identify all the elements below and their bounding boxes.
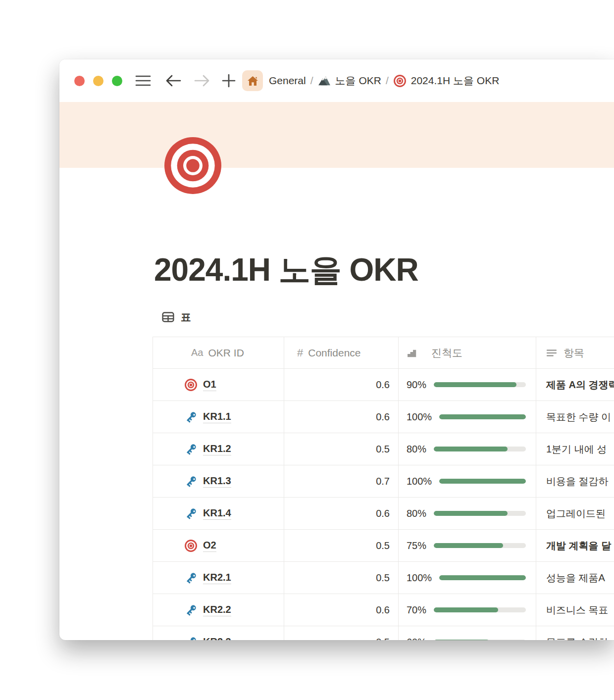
progress-fill: [439, 575, 526, 580]
column-header-okr-id[interactable]: Aa OKR ID: [153, 337, 284, 368]
progress-fill: [434, 640, 489, 640]
row-title-link[interactable]: O1: [203, 379, 216, 391]
row-title-link[interactable]: KR2.2: [203, 604, 231, 616]
column-header-confidence[interactable]: # Confidence: [284, 337, 398, 368]
row-title-link[interactable]: O2: [203, 540, 216, 552]
new-tab-plus-icon[interactable]: [222, 74, 236, 88]
breadcrumb: General / 노을 OKR / 2024.1H 노을 OKR: [269, 74, 499, 88]
row-title-link[interactable]: KR1.1: [203, 411, 231, 423]
progress-bar: [439, 575, 526, 580]
item-cell[interactable]: 비용을 절감하: [536, 465, 614, 497]
column-header-progress[interactable]: 진척도: [398, 337, 536, 368]
page-cover-banner[interactable]: [59, 102, 614, 168]
confidence-cell[interactable]: 0.6: [284, 401, 398, 433]
confidence-cell[interactable]: 0.5: [284, 530, 398, 561]
traffic-lights: [74, 76, 122, 86]
confidence-cell[interactable]: 0.5: [284, 626, 398, 640]
table-row: KR1.4 0.6 80% 업그레이드된: [153, 498, 614, 530]
text-lines-icon: [546, 348, 557, 358]
progress-cell: 80%: [398, 433, 536, 465]
forward-arrow-icon[interactable]: [194, 74, 210, 87]
minimize-button[interactable]: [93, 76, 103, 86]
key-icon: [184, 571, 198, 585]
column-header-item[interactable]: 항목: [536, 337, 614, 368]
breadcrumb-page-label: 2024.1H 노을 OKR: [411, 74, 500, 88]
progress-cell: 80%: [398, 498, 536, 529]
breadcrumb-home-label: General: [269, 75, 306, 87]
item-cell[interactable]: 제품 A의 경쟁력: [536, 369, 614, 400]
row-title-link[interactable]: KR2.3: [203, 636, 231, 641]
table-row: KR2.2 0.6 70% 비즈니스 목표: [153, 594, 614, 626]
breadcrumb-workspace[interactable]: 노을 OKR: [318, 74, 381, 88]
item-cell[interactable]: 업그레이드된: [536, 498, 614, 529]
page-target-icon[interactable]: [164, 137, 221, 194]
key-icon: [184, 475, 198, 488]
sidebar-menu-icon[interactable]: [135, 74, 151, 88]
progress-cell: 60%: [398, 626, 536, 640]
key-icon: [184, 636, 198, 641]
key-icon: [184, 507, 198, 520]
row-title-link[interactable]: KR1.4: [203, 507, 231, 520]
target-icon: [184, 539, 198, 552]
progress-fill: [434, 382, 516, 387]
progress-bar: [434, 447, 526, 451]
confidence-cell[interactable]: 0.7: [284, 465, 398, 497]
item-cell[interactable]: 개발 계획을 달: [536, 530, 614, 561]
title-property-icon: Aa: [191, 347, 203, 358]
confidence-cell[interactable]: 0.6: [284, 369, 398, 400]
breadcrumb-separator: /: [386, 75, 389, 87]
notion-window: General / 노을 OKR / 2024.1H 노을 OKR 2024.1…: [59, 59, 614, 640]
view-tab-table[interactable]: 표: [161, 310, 191, 324]
progress-fill: [439, 479, 526, 484]
confidence-cell[interactable]: 0.5: [284, 433, 398, 465]
confidence-cell[interactable]: 0.5: [284, 562, 398, 594]
key-icon: [184, 410, 198, 424]
progress-cell: 100%: [398, 465, 536, 497]
home-button[interactable]: [242, 70, 263, 91]
zoom-button[interactable]: [112, 76, 122, 86]
progress-bar: [434, 640, 526, 640]
progress-fill: [434, 511, 508, 516]
breadcrumb-workspace-label: 노을 OKR: [335, 74, 381, 88]
row-title-link[interactable]: KR1.3: [203, 475, 231, 488]
confidence-cell[interactable]: 0.6: [284, 498, 398, 529]
item-cell[interactable]: 비즈니스 목표: [536, 594, 614, 626]
table-view-icon: [161, 310, 175, 324]
row-title-link[interactable]: KR1.2: [203, 443, 231, 455]
table-row: KR2.1 0.5 100% 성능을 제품A: [153, 562, 614, 594]
bar-steps-icon: [407, 348, 417, 358]
target-icon: [393, 74, 407, 88]
table-row: KR2.3 0.5 60% 목표를 수립하: [153, 626, 614, 640]
table-row: KR1.2 0.5 80% 1분기 내에 성: [153, 433, 614, 465]
table-header-row: Aa OKR ID # Confidence 진척도 항목: [153, 337, 614, 369]
progress-cell: 70%: [398, 594, 536, 626]
progress-fill: [434, 543, 503, 548]
key-icon: [184, 443, 198, 456]
progress-bar: [434, 607, 526, 612]
view-tab-label: 표: [181, 310, 191, 324]
item-cell[interactable]: 목표를 수립하: [536, 626, 614, 640]
page-title: 2024.1H 노을 OKR: [154, 249, 418, 292]
breadcrumb-current-page[interactable]: 2024.1H 노을 OKR: [393, 74, 500, 88]
table-row: O1 0.6 90% 제품 A의 경쟁력: [153, 369, 614, 401]
item-cell[interactable]: 성능을 제품A: [536, 562, 614, 594]
row-title-link[interactable]: KR2.1: [203, 572, 231, 584]
number-property-icon: #: [297, 347, 303, 359]
progress-fill: [434, 607, 498, 612]
item-cell[interactable]: 1분기 내에 성: [536, 433, 614, 465]
progress-bar: [434, 382, 526, 387]
progress-bar: [434, 543, 526, 548]
table-row: KR1.3 0.7 100% 비용을 절감하: [153, 465, 614, 498]
breadcrumb-home[interactable]: General: [269, 75, 306, 87]
item-cell[interactable]: 목표한 수량 이: [536, 401, 614, 433]
key-icon: [184, 603, 198, 617]
close-button[interactable]: [74, 76, 85, 86]
table-row: KR1.1 0.6 100% 목표한 수량 이: [153, 401, 614, 433]
progress-cell: 75%: [398, 530, 536, 561]
titlebar: General / 노을 OKR / 2024.1H 노을 OKR: [59, 59, 614, 102]
progress-bar: [439, 414, 526, 419]
confidence-cell[interactable]: 0.6: [284, 594, 398, 626]
back-arrow-icon[interactable]: [165, 74, 182, 87]
target-icon: [184, 378, 198, 392]
progress-cell: 100%: [398, 401, 536, 433]
